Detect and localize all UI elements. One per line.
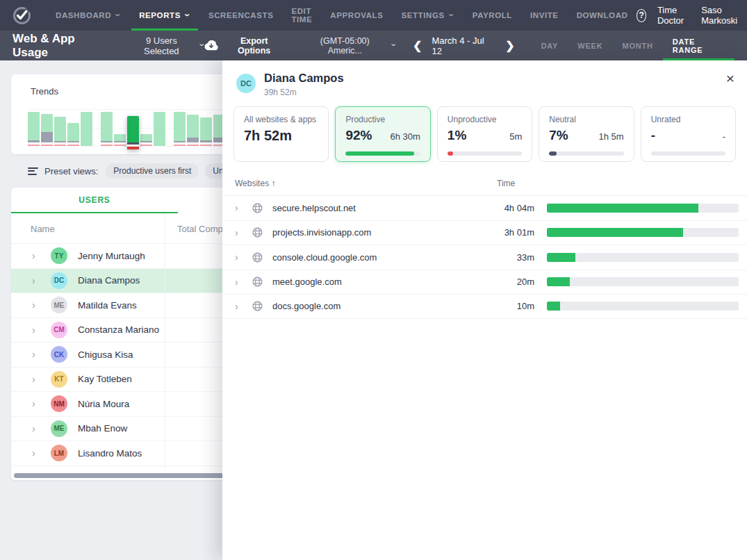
nav-item-settings[interactable]: SETTINGS [392,0,463,31]
time-bar-track [547,228,739,237]
progress-track [549,151,623,156]
nav-item-label: EDIT TIME [291,7,312,24]
nav-item-edit-time[interactable]: EDIT TIME [282,0,321,31]
stat-card-value: 7h 52m [244,128,318,144]
close-icon[interactable] [726,70,734,87]
users-selected-dropdown[interactable]: 9 Users Selected [128,35,205,56]
tab-users[interactable]: USERS [11,188,178,213]
report-toolbar: Web & App Usage 9 Users Selected Export … [0,31,747,60]
column-header-time[interactable]: Time [497,179,515,188]
chevron-down-icon [389,42,397,49]
user-name: Matilda Evans [78,300,137,311]
progress-track [448,151,522,156]
next-date-arrow[interactable]: ❯ [501,39,518,52]
avatar: KT [51,371,67,388]
tab-day[interactable]: DAY [532,31,568,60]
websites-rows: secure.helpscout.net 4h 04m projects.inv… [222,195,747,319]
stat-card-time: 6h 30m [390,131,420,142]
stat-card-productive[interactable]: Productive 92% 6h 30m [335,106,430,162]
stat-card-percent: 7% [549,128,568,143]
progress-fill [549,151,557,156]
nav-item-download[interactable]: DOWNLOAD [568,0,637,31]
chevron-right-icon[interactable] [32,349,51,360]
export-options-label: Export Options [223,36,284,56]
trends-bars[interactable] [28,110,238,146]
website-time: 3h 01m [472,227,534,238]
view-tabs: DAY WEEK MONTH DATE RANGE [532,31,734,60]
nav-item-label: DASHBOARD [56,11,111,19]
nav-item-label: INVITE [530,11,559,19]
filter-icon [28,167,38,175]
website-row[interactable]: projects.invisionapp.com 3h 01m [222,220,747,245]
chevron-down-icon [447,12,456,19]
preset-chip-productive[interactable]: Productive users first [106,163,199,179]
tab-date-range[interactable]: DATE RANGE [663,31,734,60]
column-header-name[interactable]: Name [31,224,55,234]
nav-item-label: REPORTS [139,11,181,19]
nav-item-reports[interactable]: REPORTS [130,0,199,31]
chevron-right-icon[interactable] [235,301,254,312]
time-doctor-logo-icon[interactable] [13,6,31,25]
nav-item-invite[interactable]: INVITE [521,0,568,31]
progress-track [345,151,420,156]
stat-card-unproductive[interactable]: Unproductive 1% 5m [437,106,532,162]
website-row[interactable]: secure.helpscout.net 4h 04m [222,195,747,220]
prev-date-arrow[interactable]: ❮ [409,39,426,52]
stat-card-time: - [723,131,725,142]
nav-item-payroll[interactable]: PAYROLL [463,0,521,31]
chevron-right-icon[interactable] [32,299,51,311]
chevron-right-icon[interactable] [32,374,51,385]
websites-header-label: Websites [235,179,269,188]
toolbar-right-group: Export Options (GMT-05:00) Americ... ❮ M… [204,31,734,60]
nav-item-label: SCREENCASTS [208,11,274,19]
chevron-right-icon[interactable] [32,447,51,459]
chevron-right-icon[interactable] [235,202,254,213]
user-detail-panel: DC Diana Campos 39h 52m All websites & a… [222,60,747,560]
stat-card-time: 1h 5m [598,131,623,142]
stat-card-percent: - [651,128,655,143]
stat-card-time: 5m [509,131,522,142]
website-row[interactable]: docs.google.com 10m [222,294,747,319]
stat-card-neutral[interactable]: Neutral 7% 1h 5m [539,106,634,162]
export-options-button[interactable]: Export Options [204,36,284,56]
avatar: ME [51,297,67,313]
current-user-name[interactable]: Saso Markoski [701,5,741,26]
chevron-right-icon[interactable] [235,277,254,288]
progress-fill [345,151,414,156]
stat-card-unrated[interactable]: Unrated - - [641,106,736,162]
date-range-label[interactable]: March 4 - Jul 12 [426,35,501,56]
tab-week[interactable]: WEEK [568,31,612,60]
nav-right-group: Time Doctor Saso Markoski SM [637,5,747,26]
timezone-label: (GMT-05:00) Americ... [303,36,387,56]
brand-label[interactable]: Time Doctor [657,5,690,26]
stat-card-all[interactable]: All websites & apps 7h 52m [233,106,329,162]
tab-month[interactable]: MONTH [612,31,662,60]
chevron-down-icon [197,42,206,49]
nav-item-approvals[interactable]: APPROVALS [321,0,392,31]
column-header-websites[interactable]: Websites [235,179,275,188]
stat-cards: All websites & apps 7h 52m Productive 92… [233,106,736,162]
nav-item-dashboard[interactable]: DASHBOARD [47,0,130,31]
website-time: 20m [472,277,534,287]
user-name: Lisandro Matos [78,448,142,459]
chevron-right-icon[interactable] [235,252,254,263]
chevron-down-icon [183,12,192,19]
time-bar-track [547,302,739,311]
chevron-right-icon[interactable] [32,423,51,434]
stat-card-percent: 92% [345,128,372,143]
timezone-dropdown[interactable]: (GMT-05:00) Americ... [303,36,396,56]
user-name: Diana Campos [78,275,140,286]
website-row[interactable]: console.cloud.google.com 33m [222,245,747,270]
chevron-right-icon[interactable] [32,324,51,336]
chevron-right-icon[interactable] [32,398,51,409]
nav-item-screencasts[interactable]: SCREENCASTS [199,0,283,31]
chevron-right-icon[interactable] [235,227,254,238]
website-row[interactable]: meet.google.com 20m [222,270,747,295]
help-icon[interactable] [637,9,646,22]
chevron-right-icon[interactable] [32,275,51,286]
chevron-right-icon[interactable] [32,250,51,261]
cloud-download-icon [204,40,218,51]
website-domain: secure.helpscout.net [272,203,472,213]
progress-fill [448,151,454,156]
chevron-down-icon [113,12,122,19]
